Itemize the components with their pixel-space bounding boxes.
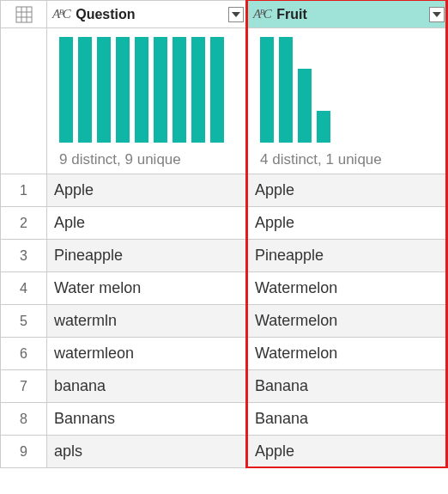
column-profile-question[interactable]: 9 distinct, 9 unique [47,28,248,174]
distinct-summary: 9 distinct, 9 unique [59,149,235,168]
table-cell[interactable]: Apple [248,436,448,468]
column-name: Question [76,7,223,22]
distinct-summary: 4 distinct, 1 unique [260,149,436,168]
svg-marker-6 [433,12,441,17]
distribution-bar [298,69,312,143]
distribution-bar [260,37,274,143]
table-cell[interactable]: watermln [47,305,248,338]
distribution-bar [279,37,293,143]
table-cell[interactable]: Pineapple [248,240,448,272]
distribution-bar [154,37,167,143]
table-cell[interactable]: Apple [47,174,248,207]
column-profile-fruit[interactable]: 4 distinct, 1 unique [248,28,448,174]
row-number[interactable]: 5 [1,305,47,338]
distribution-bar [135,37,148,143]
table-cell[interactable]: Watermelon [248,305,448,338]
distribution-bar [210,37,224,143]
table-cell[interactable]: watermleon [47,338,248,370]
text-type-icon: ABC [253,7,271,21]
table-cell[interactable]: banana [47,370,248,403]
row-number[interactable]: 9 [1,436,47,468]
distribution-bar [97,37,111,143]
distribution-bar [59,37,73,143]
column-filter-dropdown[interactable] [429,7,445,22]
distribution-bar [191,37,205,143]
select-all-corner[interactable] [1,1,47,28]
text-type-icon: ABC [52,7,70,21]
column-header-fruit[interactable]: ABCFruit [248,1,448,28]
column-filter-dropdown[interactable] [228,7,244,22]
row-number[interactable]: 1 [1,174,47,207]
table-cell[interactable]: Banana [248,403,448,436]
table-cell[interactable]: Banana [248,370,448,403]
distribution-bar [116,37,130,143]
svg-marker-5 [232,12,240,17]
row-number[interactable]: 8 [1,403,47,436]
row-number[interactable]: 7 [1,370,47,403]
table-cell[interactable]: Bannans [47,403,248,436]
stats-row-gutter [1,28,47,174]
table-cell[interactable]: Watermelon [248,272,448,305]
row-number[interactable]: 4 [1,272,47,305]
svg-rect-0 [16,7,32,22]
row-number[interactable]: 2 [1,207,47,240]
row-number[interactable]: 3 [1,240,47,272]
table-cell[interactable]: Apple [248,174,448,207]
distribution-bars [59,37,235,149]
table-cell[interactable]: Water melon [47,272,248,305]
row-number[interactable]: 6 [1,338,47,370]
distribution-bar [317,111,330,143]
distribution-bar [173,37,186,143]
distribution-bars [260,37,436,149]
table-cell[interactable]: Watermelon [248,338,448,370]
column-name: Fruit [276,7,424,22]
table-cell[interactable]: Apple [248,207,448,240]
table-cell[interactable]: apls [47,436,248,468]
table-cell[interactable]: Aple [47,207,248,240]
distribution-bar [78,37,92,143]
table-cell[interactable]: Pineapple [47,240,248,272]
column-header-question[interactable]: ABCQuestion [47,1,248,28]
